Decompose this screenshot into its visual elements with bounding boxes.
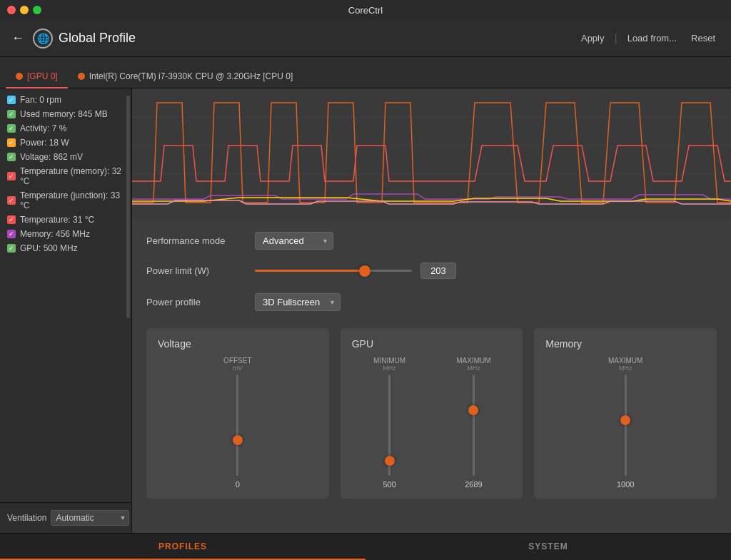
power-limit-value[interactable]: 203 — [420, 263, 456, 279]
gpu-max-slider-track[interactable] — [473, 375, 475, 476]
stat-checkbox-4[interactable]: ✓ — [7, 153, 16, 161]
gpu-min-label: MINIMUM MHz — [352, 357, 428, 372]
ventilation-bar: Ventilation Automatic Manual Zero RPM ▼ — [0, 502, 131, 533]
gpu-min-slider-col: 500 — [352, 375, 428, 489]
stat-label-4: Voltage: 862 mV — [20, 152, 83, 162]
power-slider-track[interactable] — [255, 270, 412, 272]
stat-checkbox-6[interactable]: ✓ — [7, 196, 16, 205]
oc-cards: Voltage OFFSET mV 0 — [146, 328, 717, 499]
gpu-max-value: 2689 — [465, 480, 482, 489]
stat-label-9: GPU: 500 MHz — [20, 243, 78, 253]
power-slider-container — [255, 264, 412, 278]
gpu-min-slider-track[interactable] — [388, 375, 390, 476]
stat-label-0: Fan: 0 rpm — [20, 95, 61, 105]
stat-item-7: ✓Temperature: 31 °C — [0, 213, 131, 227]
stat-checkbox-5[interactable]: ✓ — [7, 172, 16, 180]
app-title: CoreCtrl — [348, 5, 383, 16]
performance-select-wrapper: Automatic Manual Advanced Battery ▼ — [255, 232, 333, 250]
voltage-sliders: 0 — [158, 375, 318, 489]
toolbar-actions: Apply | Load from... Reset — [577, 30, 720, 46]
stat-checkbox-8[interactable]: ✓ — [7, 230, 16, 238]
voltage-slider-thumb[interactable] — [233, 435, 243, 445]
power-profile-select-wrapper: 3D Fullscreen Video VR Compute Standard … — [255, 293, 341, 311]
toolbar: ← 🌐 Global Profile Apply | Load from... … — [0, 20, 731, 57]
bottom-bar: PROFILES SYSTEM — [0, 533, 731, 560]
memory-sliders: 1000 — [545, 375, 705, 489]
stat-checkbox-7[interactable]: ✓ — [7, 215, 16, 224]
power-slider-thumb[interactable] — [359, 265, 370, 277]
stat-label-3: Power: 18 W — [20, 138, 69, 148]
memory-max-slider-thumb[interactable] — [620, 415, 630, 425]
gpu-icon — [16, 73, 23, 80]
stat-item-8: ✓Memory: 456 MHz — [0, 227, 131, 241]
memory-max-value: 1000 — [617, 480, 634, 489]
reset-button[interactable]: Reset — [687, 30, 720, 46]
stat-checkbox-2[interactable]: ✓ — [7, 124, 16, 133]
scrollbar[interactable] — [126, 96, 130, 318]
toolbar-separator: | — [615, 32, 617, 45]
ventilation-select-wrapper: Automatic Manual Zero RPM ▼ — [51, 510, 129, 526]
gpu-card-title: GPU — [352, 338, 512, 350]
performance-chart — [132, 88, 731, 220]
stat-item-4: ✓Voltage: 862 mV — [0, 150, 131, 164]
titlebar: CoreCtrl — [0, 0, 731, 20]
power-limit-row: Power limit (W) 203 — [146, 263, 717, 279]
minimize-button[interactable] — [20, 6, 29, 14]
right-panel: Performance mode Automatic Manual Advanc… — [132, 88, 731, 533]
stat-item-6: ✓Temperature (junction): 33 °C — [0, 188, 131, 213]
memory-max-label: MAXIMUM MHz — [545, 357, 705, 372]
stat-label-2: Activity: 7 % — [20, 123, 66, 133]
tab-system[interactable]: SYSTEM — [366, 534, 731, 560]
stat-checkbox-1[interactable]: ✓ — [7, 110, 16, 118]
voltage-card: Voltage OFFSET mV 0 — [146, 328, 329, 499]
stat-item-1: ✓Used memory: 845 MB — [0, 107, 131, 121]
power-profile-row: Power profile 3D Fullscreen Video VR Com… — [146, 293, 717, 311]
left-panel: ✓Fan: 0 rpm✓Used memory: 845 MB✓Activity… — [0, 88, 132, 533]
stat-label-8: Memory: 456 MHz — [20, 229, 90, 239]
gpu-sublabels: MINIMUM MHz MAXIMUM MHz — [352, 357, 512, 372]
performance-select[interactable]: Automatic Manual Advanced Battery — [255, 232, 333, 250]
ventilation-select[interactable]: Automatic Manual Zero RPM — [51, 510, 129, 526]
stats-list: ✓Fan: 0 rpm✓Used memory: 845 MB✓Activity… — [0, 88, 131, 502]
voltage-slider-track[interactable] — [236, 375, 238, 476]
cpu-tab-label: Intel(R) Core(TM) i7-3930K CPU @ 3.20GHz… — [89, 71, 293, 81]
voltage-offset-slider-col: 0 — [158, 375, 318, 489]
back-button[interactable]: ← — [11, 31, 24, 46]
tab-profiles[interactable]: PROFILES — [0, 534, 366, 560]
cpu-icon — [78, 73, 85, 80]
load-from-button[interactable]: Load from... — [623, 30, 681, 46]
gpu-card: GPU MINIMUM MHz MAXIMUM MHz — [341, 328, 523, 499]
maximize-button[interactable] — [33, 6, 41, 14]
stat-checkbox-3[interactable]: ✓ — [7, 138, 16, 147]
stat-checkbox-9[interactable]: ✓ — [7, 244, 16, 253]
stat-checkbox-0[interactable]: ✓ — [7, 96, 16, 104]
gpu-min-slider-thumb[interactable] — [385, 456, 395, 466]
stat-item-9: ✓GPU: 500 MHz — [0, 241, 131, 255]
power-profile-select[interactable]: 3D Fullscreen Video VR Compute Standard … — [255, 293, 341, 311]
globe-icon: 🌐 — [33, 29, 53, 49]
profile-title: Global Profile — [59, 31, 577, 46]
memory-max-slider-track[interactable] — [625, 375, 627, 476]
memory-card: Memory MAXIMUM MHz 1000 — [534, 328, 717, 499]
ventilation-label: Ventilation — [7, 513, 46, 523]
voltage-offset-value: 0 — [236, 480, 240, 489]
settings-area: Performance mode Automatic Manual Advanc… — [132, 220, 731, 533]
gpu-max-slider-col: 2689 — [436, 375, 512, 489]
power-limit-label: Power limit (W) — [146, 265, 246, 276]
stat-item-0: ✓Fan: 0 rpm — [0, 93, 131, 107]
apply-button[interactable]: Apply — [577, 30, 609, 46]
tab-cpu0[interactable]: Intel(R) Core(TM) i7-3930K CPU @ 3.20GHz… — [68, 66, 303, 88]
stat-item-2: ✓Activity: 7 % — [0, 121, 131, 136]
stat-item-5: ✓Temperature (memory): 32 °C — [0, 164, 131, 188]
tab-gpu0[interactable]: [GPU 0] — [6, 66, 68, 88]
content-area: ✓Fan: 0 rpm✓Used memory: 845 MB✓Activity… — [0, 88, 731, 533]
voltage-card-title: Voltage — [158, 338, 318, 350]
power-profile-label: Power profile — [146, 297, 246, 307]
voltage-sublabels: OFFSET mV — [158, 357, 318, 372]
gpu-max-slider-thumb[interactable] — [468, 405, 478, 415]
gpu-tab-label: [GPU 0] — [27, 71, 58, 81]
memory-card-title: Memory — [545, 338, 705, 350]
gpu-max-label: MAXIMUM MHz — [436, 357, 512, 372]
stat-label-1: Used memory: 845 MB — [20, 109, 108, 119]
close-button[interactable] — [7, 6, 16, 14]
